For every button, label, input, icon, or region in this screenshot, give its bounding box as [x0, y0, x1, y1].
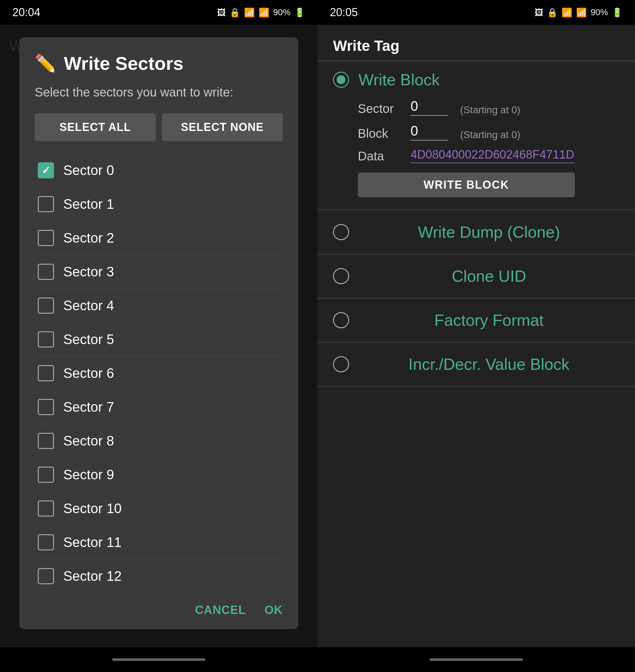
- data-field-row: Data 4D080400022D602468F4711D: [358, 148, 619, 163]
- write-block-radio[interactable]: [333, 72, 349, 88]
- right-wifi-icon: 📶: [562, 7, 572, 18]
- lock-icon: 🔒: [229, 7, 240, 18]
- sector-item[interactable]: Sector 10: [35, 492, 283, 526]
- write-options-list: Write Block Sector 0 (Starting at 0) Blo…: [318, 61, 635, 647]
- sector-checkbox[interactable]: [38, 365, 54, 381]
- block-field-row: Block 0 (Starting at 0): [358, 123, 619, 141]
- sector-item[interactable]: Sector 6: [35, 356, 283, 390]
- factory-format-radio[interactable]: [333, 312, 349, 328]
- option-factory-format[interactable]: Factory Format: [318, 298, 635, 342]
- sector-label: Sector 2: [63, 230, 114, 246]
- sector-checkbox[interactable]: [38, 196, 54, 212]
- sector-value[interactable]: 0: [411, 98, 448, 116]
- sector-item[interactable]: Sector 9: [35, 458, 283, 492]
- right-status-icons: 🖼 🔒 📶 📶 90% 🔋: [534, 7, 622, 18]
- left-nav-bar: [0, 647, 318, 672]
- sector-item[interactable]: Sector 3: [35, 255, 283, 289]
- battery-icon: 🔋: [294, 7, 305, 18]
- left-bg-content: W... ✏️ Write Sectors Select the sectors…: [0, 25, 318, 647]
- left-status-icons: 🖼 🔒 📶 📶 90% 🔋: [217, 7, 305, 18]
- sector-item[interactable]: Sector 4: [35, 289, 283, 323]
- right-signal-icon: 📶: [576, 7, 587, 18]
- right-gallery-icon: 🖼: [534, 7, 543, 18]
- sector-label: Sector 0: [63, 163, 114, 178]
- sector-hint: (Starting at 0): [460, 104, 520, 116]
- sector-label: Sector 8: [63, 433, 114, 448]
- ok-button[interactable]: OK: [264, 604, 283, 617]
- block-hint: (Starting at 0): [460, 129, 520, 141]
- sector-checkbox[interactable]: [38, 230, 54, 246]
- sector-item[interactable]: Sector 5: [35, 323, 283, 356]
- sector-label: Sector 11: [63, 534, 122, 550]
- write-sectors-modal: ✏️ Write Sectors Select the sectors you …: [19, 37, 298, 629]
- write-block-fields: Sector 0 (Starting at 0) Block 0 (Starti…: [333, 95, 619, 166]
- write-block-title: Write Block: [358, 70, 440, 89]
- sector-item[interactable]: Sector 2: [35, 221, 283, 255]
- factory-format-title: Factory Format: [358, 311, 619, 330]
- left-nav-indicator: [112, 658, 205, 661]
- option-incr-decr[interactable]: Incr./Decr. Value Block: [318, 342, 635, 386]
- right-nav-bar: [318, 647, 635, 672]
- sector-checkbox[interactable]: [38, 331, 54, 348]
- sector-checkbox[interactable]: [38, 399, 54, 415]
- block-input-group: 0: [411, 123, 448, 141]
- wifi-icon: 📶: [244, 7, 255, 18]
- sector-checkbox[interactable]: [38, 467, 54, 483]
- sector-checkbox[interactable]: [38, 534, 54, 550]
- sector-checkbox[interactable]: [38, 162, 54, 178]
- right-header: Write Tag: [318, 25, 635, 61]
- sector-label: Sector 4: [63, 298, 114, 313]
- sector-item[interactable]: Sector 0: [35, 153, 283, 187]
- select-buttons-row: SELECT ALL SELECT NONE: [35, 113, 283, 141]
- select-all-button[interactable]: SELECT ALL: [35, 113, 156, 141]
- clone-uid-title: Clone UID: [358, 267, 619, 286]
- sector-item[interactable]: Sector 1: [35, 187, 283, 221]
- option-clone-uid[interactable]: Clone UID: [318, 254, 635, 298]
- write-block-header[interactable]: Write Block: [333, 70, 619, 89]
- modal-title-row: ✏️ Write Sectors: [35, 53, 283, 74]
- option-write-dump[interactable]: Write Dump (Clone): [318, 210, 635, 254]
- battery-text: 90%: [273, 7, 290, 17]
- right-panel: 20:05 🖼 🔒 📶 📶 90% 🔋 Write Tag Write Bloc…: [318, 0, 635, 672]
- modal-title: Write Sectors: [64, 53, 183, 74]
- right-battery-icon: 🔋: [612, 7, 622, 18]
- right-nav-indicator: [430, 658, 523, 661]
- sector-label: Sector 7: [63, 399, 114, 415]
- left-panel: 20:04 🖼 🔒 📶 📶 90% 🔋 W... ✏️ Write Sector…: [0, 0, 318, 672]
- sectors-list: Sector 0Sector 1Sector 2Sector 3Sector 4…: [35, 153, 283, 588]
- sector-field-row: Sector 0 (Starting at 0): [358, 98, 619, 116]
- sector-label: Sector 12: [63, 568, 122, 584]
- select-none-button[interactable]: SELECT NONE: [162, 113, 283, 141]
- sector-checkbox[interactable]: [38, 433, 54, 449]
- right-time: 20:05: [330, 6, 358, 19]
- option-write-block: Write Block Sector 0 (Starting at 0) Blo…: [318, 61, 635, 210]
- write-dump-radio[interactable]: [333, 224, 349, 240]
- right-battery-text: 90%: [591, 7, 608, 17]
- incr-decr-radio[interactable]: [333, 356, 349, 372]
- right-status-bar: 20:05 🖼 🔒 📶 📶 90% 🔋: [318, 0, 635, 25]
- block-value[interactable]: 0: [411, 123, 448, 141]
- modal-overlay: ✏️ Write Sectors Select the sectors you …: [0, 25, 318, 647]
- sector-checkbox[interactable]: [38, 568, 54, 584]
- sector-input-group: 0: [411, 98, 448, 116]
- sector-item[interactable]: Sector 11: [35, 526, 283, 560]
- cancel-button[interactable]: CANCEL: [195, 604, 246, 617]
- sector-label: Sector 6: [63, 365, 114, 381]
- write-dump-title: Write Dump (Clone): [358, 223, 619, 241]
- gallery-icon: 🖼: [217, 7, 226, 18]
- sector-item[interactable]: Sector 7: [35, 390, 283, 424]
- write-block-button[interactable]: WRITE BLOCK: [358, 172, 575, 197]
- clone-uid-radio[interactable]: [333, 268, 349, 284]
- incr-decr-title: Incr./Decr. Value Block: [358, 355, 619, 374]
- sector-checkbox[interactable]: [38, 297, 54, 314]
- sector-checkbox[interactable]: [38, 500, 54, 517]
- data-value[interactable]: 4D080400022D602468F4711D: [411, 148, 574, 163]
- sector-label: Sector 5: [63, 332, 114, 347]
- sector-item[interactable]: Sector 12: [35, 560, 283, 588]
- sector-label: Sector 1: [63, 196, 114, 212]
- right-lock-icon: 🔒: [547, 7, 558, 18]
- sector-checkbox[interactable]: [38, 264, 54, 280]
- pencil-icon: ✏️: [35, 54, 57, 74]
- sector-item[interactable]: Sector 8: [35, 424, 283, 458]
- modal-footer: CANCEL OK: [35, 597, 283, 617]
